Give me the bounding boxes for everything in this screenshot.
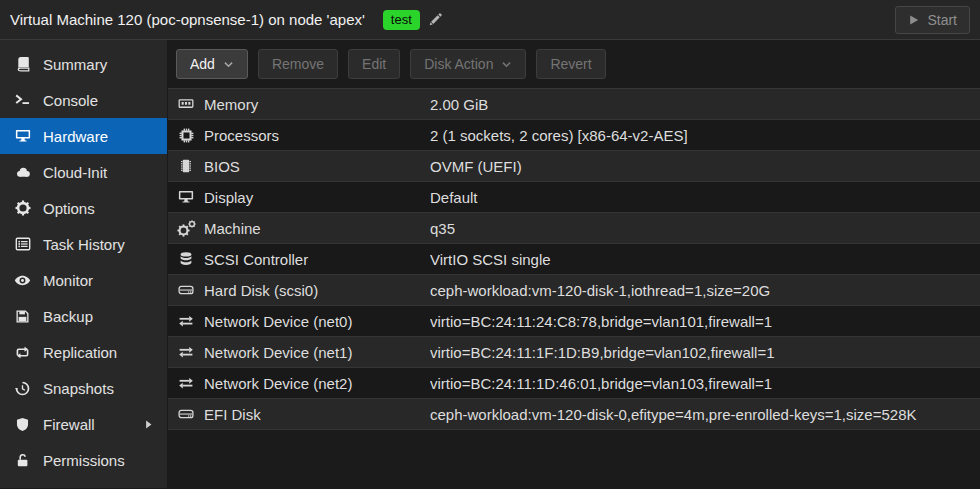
sidebar-item-label: Replication [43,344,117,361]
row-key: Hard Disk (scsi0) [204,282,430,299]
edit-tags-button[interactable] [428,12,443,27]
row-key: Memory [204,96,430,113]
database-icon [178,251,194,267]
sidebar-item-label: Hardware [43,128,108,145]
row-key: Network Device (net2) [204,375,430,392]
disk-action-button[interactable]: Disk Action [410,49,526,79]
row-value: 2.00 GiB [430,96,980,113]
edit-button[interactable]: Edit [348,49,400,79]
row-key: Network Device (net0) [204,313,430,330]
microchip-icon [178,158,194,174]
row-value: virtio=BC:24:11:1F:1D:B9,bridge=vlan102,… [430,344,980,361]
sidebar-item-snapshots[interactable]: Snapshots [0,370,167,406]
row-key: BIOS [204,158,430,175]
table-row-machine[interactable]: Machine q35 [168,213,980,244]
toolbar: Add Remove Edit Disk Action Revert [168,40,980,88]
row-value: ceph-workload:vm-120-disk-1,iothread=1,s… [430,282,980,299]
history-icon [13,381,32,396]
play-icon [908,14,920,26]
row-key: Display [204,189,430,206]
table-row-processors[interactable]: Processors 2 (1 sockets, 2 cores) [x86-6… [168,120,980,151]
disk-action-button-label: Disk Action [424,56,493,72]
sidebar-item-label: Monitor [43,272,93,289]
table-row-bios[interactable]: BIOS OVMF (UEFI) [168,151,980,182]
sidebar-item-label: Cloud-Init [43,164,107,181]
sidebar-item-label: Options [43,200,95,217]
sidebar-item-backup[interactable]: Backup [0,298,167,334]
retweet-icon [13,344,32,361]
table-row-net0[interactable]: Network Device (net0) virtio=BC:24:11:24… [168,306,980,337]
sidebar-item-task-history[interactable]: Task History [0,226,167,262]
sidebar-item-label: Firewall [43,416,95,433]
exchange-icon [178,344,194,360]
pencil-icon [428,12,443,27]
row-value: 2 (1 sockets, 2 cores) [x86-64-v2-AES] [430,127,980,144]
hdd-icon [178,282,194,298]
revert-button[interactable]: Revert [536,49,605,79]
row-value: virtio=BC:24:11:1D:46:01,bridge=vlan103,… [430,375,980,392]
row-key: Processors [204,127,430,144]
sidebar-item-summary[interactable]: Summary [0,46,167,82]
sidebar-item-permissions[interactable]: Permissions [0,442,167,478]
add-button-label: Add [190,56,215,72]
table-row-net1[interactable]: Network Device (net1) virtio=BC:24:11:1F… [168,337,980,368]
sidebar-item-label: Permissions [43,452,125,469]
cloud-icon [13,164,32,180]
revert-button-label: Revert [550,56,591,72]
sidebar-item-label: Task History [43,236,125,253]
book-icon [13,56,32,72]
row-value: Default [430,189,980,206]
sidebar-item-label: Snapshots [43,380,114,397]
shield-icon [13,417,32,432]
exchange-icon [178,313,194,329]
caret-right-icon [143,419,154,430]
gear-icon [13,200,32,216]
vm-tag: test [383,10,420,30]
sidebar-item-label: Summary [43,56,107,73]
table-row-hard-disk[interactable]: Hard Disk (scsi0) ceph-workload:vm-120-d… [168,275,980,306]
sidebar-item-label: Console [43,92,98,109]
eye-icon [13,272,32,289]
add-button[interactable]: Add [176,49,248,79]
row-value: VirtIO SCSI single [430,251,980,268]
sidebar-item-console[interactable]: Console [0,82,167,118]
sidebar-item-cloud-init[interactable]: Cloud-Init [0,154,167,190]
table-row-efi-disk[interactable]: EFI Disk ceph-workload:vm-120-disk-0,efi… [168,399,980,430]
row-value: virtio=BC:24:11:24:C8:78,bridge=vlan101,… [430,313,980,330]
sidebar-item-label: Backup [43,308,93,325]
desktop-icon [178,189,194,205]
cpu-icon [178,127,195,144]
exchange-icon [178,375,194,391]
cogs-icon [177,220,196,237]
chevron-down-icon [501,59,512,70]
titlebar: Virtual Machine 120 (poc-opnsense-1) on … [0,0,980,40]
sidebar-item-monitor[interactable]: Monitor [0,262,167,298]
row-key: Network Device (net1) [204,344,430,361]
sidebar-item-replication[interactable]: Replication [0,334,167,370]
list-icon [13,236,32,252]
table-row-memory[interactable]: Memory 2.00 GiB [168,89,980,120]
hardware-table: Memory 2.00 GiB Processors 2 (1 sockets,… [168,88,980,430]
row-key: EFI Disk [204,406,430,423]
remove-button-label: Remove [272,56,324,72]
row-value: q35 [430,220,980,237]
hardware-panel: Add Remove Edit Disk Action Revert Memor… [168,40,980,488]
sidebar: Summary Console Hardware Cloud-Init Opti… [0,40,168,488]
terminal-icon [13,92,32,108]
row-value: OVMF (UEFI) [430,158,980,175]
memory-icon [178,96,194,112]
sidebar-item-firewall[interactable]: Firewall [0,406,167,442]
sidebar-item-options[interactable]: Options [0,190,167,226]
table-row-scsi-controller[interactable]: SCSI Controller VirtIO SCSI single [168,244,980,275]
page-title: Virtual Machine 120 (poc-opnsense-1) on … [10,11,365,28]
sidebar-item-hardware[interactable]: Hardware [0,118,167,154]
row-key: SCSI Controller [204,251,430,268]
table-row-display[interactable]: Display Default [168,182,980,213]
row-value: ceph-workload:vm-120-disk-0,efitype=4m,p… [430,406,980,423]
table-row-net2[interactable]: Network Device (net2) virtio=BC:24:11:1D… [168,368,980,399]
remove-button[interactable]: Remove [258,49,338,79]
edit-button-label: Edit [362,56,386,72]
floppy-icon [13,309,32,324]
desktop-icon [13,128,32,144]
start-button[interactable]: Start [895,6,970,34]
